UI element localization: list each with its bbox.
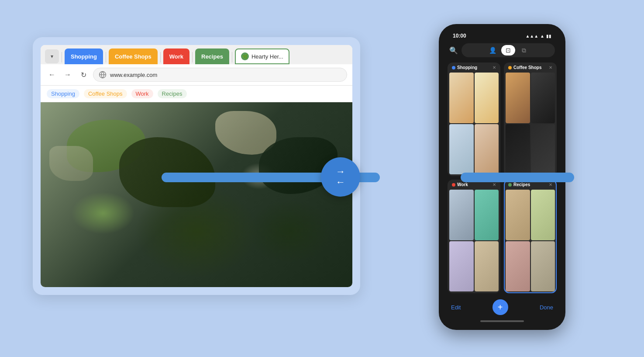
battery-icon: ▮▮ <box>546 34 551 38</box>
status-time: 10:00 <box>453 33 466 39</box>
phone-thumb-shopping-3 <box>449 124 474 175</box>
phone-thumb-coffee-2 <box>531 73 555 123</box>
tab-divider <box>62 52 62 62</box>
back-button[interactable]: ← <box>46 69 58 81</box>
exchange-arrows-icon: → ← <box>336 167 345 187</box>
phone-group-recipes-thumbnails <box>505 189 556 292</box>
phone-group-work[interactable]: Work ✕ <box>448 180 500 293</box>
tab-divider-3 <box>160 52 161 62</box>
phone-thumb-recipes-3 <box>506 241 530 292</box>
tab-groups-bar: Shopping Coffee Shops Work Recipes <box>41 86 352 102</box>
refresh-icon: ↻ <box>81 71 86 79</box>
phone-thumb-work-4 <box>475 241 499 292</box>
browser-content <box>41 102 352 287</box>
phone-thumb-recipes-2 <box>531 190 555 240</box>
address-bar[interactable]: www.example.com <box>93 68 347 82</box>
phone-thumb-work-3 <box>449 241 474 292</box>
chevron-down-icon: ▾ <box>51 53 53 59</box>
status-icons: ▲▲▲ ▲ ▮▮ <box>525 34 551 38</box>
tab-hearty-herb[interactable]: 🌿 Hearty Her... <box>235 49 289 64</box>
phone-browser-header: 🔍 👤 ⊡ ⧉ <box>444 41 560 60</box>
phone-group-shopping-title: Shopping <box>452 65 477 70</box>
phone-edit-button[interactable]: Edit <box>451 304 461 311</box>
connector-line-right <box>461 173 574 182</box>
tab-divider-2 <box>106 52 106 62</box>
tab-divider-5 <box>232 52 232 62</box>
plus-icon: + <box>498 302 503 312</box>
browser-toolbar: ← → ↻ www.example.com <box>41 64 352 86</box>
group-dot-red <box>452 183 455 187</box>
phone-group-work-title: Work <box>452 182 468 187</box>
phone-thumb-work-1 <box>449 190 474 240</box>
phone-group-coffee-title: Coffee Shops <box>508 65 541 70</box>
phone-group-work-close[interactable]: ✕ <box>492 182 496 187</box>
phone-group-shopping-close[interactable]: ✕ <box>492 65 496 70</box>
phone-group-coffee-header: Coffee Shops ✕ <box>505 63 556 72</box>
group-dot-green <box>508 183 512 187</box>
desktop-mockup: ▾ Shopping Coffee Shops Work Recipes <box>33 37 360 295</box>
phone-thumb-recipes-1 <box>506 190 530 240</box>
phone-tab-switcher: 👤 ⊡ ⧉ <box>461 43 555 57</box>
phone-tab-btn-other[interactable]: ⧉ <box>517 45 531 55</box>
phone-group-shopping[interactable]: Shopping ✕ <box>448 62 500 176</box>
group-dot-blue <box>452 66 455 69</box>
browser-tab-bar: ▾ Shopping Coffee Shops Work Recipes <box>41 45 352 64</box>
phone-group-shopping-header: Shopping ✕ <box>448 63 499 72</box>
tab-coffee-shops[interactable]: Coffee Shops <box>109 49 158 64</box>
browser-window: ▾ Shopping Coffee Shops Work Recipes <box>41 45 352 287</box>
phone-tab-btn-square[interactable]: ⊡ <box>501 45 515 55</box>
food-element-5 <box>49 146 93 181</box>
phone-group-coffee[interactable]: Coffee Shops ✕ <box>504 62 557 176</box>
grid-icon: ⊡ <box>506 47 511 54</box>
group-label-recipes[interactable]: Recipes <box>158 89 187 98</box>
phone-group-coffee-thumbnails <box>505 72 556 175</box>
tabs-icon: ⧉ <box>522 47 526 54</box>
phone-thumb-shopping-4 <box>475 124 499 175</box>
phone-home-indicator <box>480 320 524 322</box>
leaf-icon: 🌿 <box>241 52 249 60</box>
forward-arrow-icon: → <box>64 71 71 79</box>
phone-group-recipes-title: Recipes <box>508 182 530 187</box>
phone-tab-btn-profile[interactable]: 👤 <box>486 45 499 55</box>
phone-thumb-coffee-3 <box>506 124 530 175</box>
profile-icon: 👤 <box>489 47 496 54</box>
site-info-icon <box>99 71 107 79</box>
group-label-shopping[interactable]: Shopping <box>47 89 79 98</box>
phone-thumb-recipes-4 <box>531 241 555 292</box>
phone-thumb-shopping-1 <box>449 73 474 123</box>
phone-add-tab-button[interactable]: + <box>492 299 508 315</box>
tab-work[interactable]: Work <box>163 49 189 64</box>
phone-group-recipes-close[interactable]: ✕ <box>549 182 552 187</box>
phone-group-recipes[interactable]: Recipes ✕ <box>504 180 557 293</box>
tab-divider-4 <box>192 52 193 62</box>
group-label-work[interactable]: Work <box>131 89 153 98</box>
tab-shopping[interactable]: Shopping <box>65 49 103 64</box>
refresh-button[interactable]: ↻ <box>77 69 90 81</box>
food-image <box>41 102 352 287</box>
tab-dropdown-button[interactable]: ▾ <box>45 49 59 63</box>
phone-group-shopping-thumbnails <box>448 72 499 175</box>
group-label-coffee[interactable]: Coffee Shops <box>84 89 127 98</box>
back-arrow-icon: ← <box>48 71 55 79</box>
signal-icon: ▲▲▲ <box>525 34 538 38</box>
main-scene: → ← ▾ Shopping Coffee Shops <box>0 0 644 357</box>
phone-thumb-work-2 <box>475 190 499 240</box>
group-dot-yellow <box>508 66 512 69</box>
phone-done-button[interactable]: Done <box>540 304 553 311</box>
phone-group-work-thumbnails <box>448 189 499 292</box>
forward-button[interactable]: → <box>62 69 74 81</box>
exchange-button[interactable]: → ← <box>321 157 360 197</box>
tab-recipes[interactable]: Recipes <box>195 49 229 64</box>
phone-group-coffee-close[interactable]: ✕ <box>549 65 552 70</box>
wifi-icon: ▲ <box>540 34 544 38</box>
phone-bottom-bar: Edit + Done <box>444 296 560 319</box>
phone-thumb-shopping-2 <box>475 73 499 123</box>
phone-search-icon[interactable]: 🔍 <box>449 46 458 55</box>
phone-status-bar: 10:00 ▲▲▲ ▲ ▮▮ <box>444 29 560 41</box>
phone-thumb-coffee-1 <box>506 73 530 123</box>
phone-thumb-coffee-4 <box>531 124 555 175</box>
